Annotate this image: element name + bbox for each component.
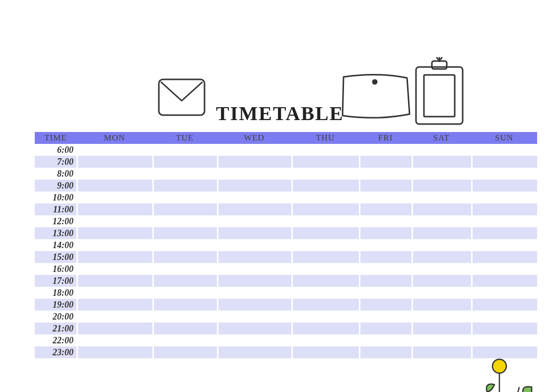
schedule-cell: [217, 311, 291, 323]
schedule-cell: [471, 275, 537, 287]
schedule-cell: [152, 203, 217, 215]
time-cell: 22:00: [35, 334, 76, 346]
schedule-cell: [76, 239, 152, 251]
schedule-cell: [359, 239, 412, 251]
schedule-cell: [471, 180, 537, 192]
schedule-cell: [471, 144, 537, 156]
schedule-cell: [359, 192, 412, 203]
table-row: 11:00: [35, 203, 537, 215]
flower-decoration: [470, 357, 539, 392]
col-mon: MON: [76, 132, 152, 144]
schedule-cell: [291, 275, 359, 287]
schedule-cell: [152, 239, 217, 251]
schedule-cell: [291, 346, 359, 358]
schedule-cell: [359, 203, 412, 215]
time-cell: 17:00: [35, 275, 76, 287]
schedule-cell: [359, 227, 412, 239]
schedule-cell: [471, 287, 537, 299]
table-row: 15:00: [35, 251, 537, 263]
col-sat: SAT: [412, 132, 471, 144]
schedule-cell: [412, 203, 471, 215]
schedule-cell: [359, 334, 412, 346]
schedule-cell: [471, 311, 537, 323]
schedule-cell: [152, 263, 217, 275]
schedule-cell: [471, 203, 537, 215]
time-cell: 14:00: [35, 239, 76, 251]
schedule-cell: [217, 263, 291, 275]
table-row: 14:00: [35, 239, 537, 251]
schedule-cell: [152, 251, 217, 263]
schedule-cell: [152, 180, 217, 192]
schedule-cell: [471, 263, 537, 275]
schedule-cell: [217, 323, 291, 334]
time-cell: 15:00: [35, 251, 76, 263]
schedule-cell: [152, 311, 217, 323]
schedule-cell: [76, 251, 152, 263]
col-sun: SUN: [471, 132, 537, 144]
schedule-cell: [471, 251, 537, 263]
schedule-cell: [471, 192, 537, 203]
schedule-cell: [152, 287, 217, 299]
schedule-cell: [359, 346, 412, 358]
schedule-cell: [291, 227, 359, 239]
schedule-cell: [412, 156, 471, 168]
schedule-cell: [359, 299, 412, 311]
schedule-cell: [217, 203, 291, 215]
schedule-cell: [471, 215, 537, 227]
table-row: 18:00: [35, 287, 537, 299]
header-row: TIME MON TUE WED THU FRI SAT SUN: [35, 132, 537, 144]
schedule-cell: [76, 299, 152, 311]
schedule-cell: [412, 299, 471, 311]
schedule-cell: [471, 227, 537, 239]
table-row: 9:00: [35, 180, 537, 192]
table-row: 20:00: [35, 311, 537, 323]
time-cell: 8:00: [35, 168, 76, 180]
schedule-cell: [412, 323, 471, 334]
schedule-cell: [291, 263, 359, 275]
schedule-cell: [217, 227, 291, 239]
schedule-cell: [359, 156, 412, 168]
svg-line-9: [517, 387, 519, 392]
schedule-cell: [359, 144, 412, 156]
table-row: 16:00: [35, 263, 537, 275]
svg-point-8: [492, 359, 506, 373]
schedule-cell: [291, 239, 359, 251]
time-cell: 19:00: [35, 299, 76, 311]
schedule-cell: [412, 180, 471, 192]
schedule-cell: [359, 263, 412, 275]
schedule-cell: [291, 156, 359, 168]
schedule-cell: [76, 323, 152, 334]
schedule-cell: [217, 180, 291, 192]
schedule-cell: [76, 346, 152, 358]
time-cell: 21:00: [35, 323, 76, 334]
svg-rect-4: [432, 61, 447, 69]
schedule-cell: [217, 239, 291, 251]
schedule-cell: [471, 334, 537, 346]
schedule-cell: [291, 168, 359, 180]
time-cell: 16:00: [35, 263, 76, 275]
table-row: 7:00: [35, 156, 537, 168]
schedule-cell: [412, 192, 471, 203]
schedule-cell: [412, 251, 471, 263]
svg-rect-3: [424, 75, 455, 117]
schedule-cell: [76, 192, 152, 203]
schedule-cell: [217, 168, 291, 180]
time-cell: 9:00: [35, 180, 76, 192]
svg-point-1: [373, 80, 377, 84]
timetable-container: TIME MON TUE WED THU FRI SAT SUN 6:007:0…: [35, 132, 537, 358]
schedule-cell: [217, 287, 291, 299]
schedule-cell: [76, 334, 152, 346]
svg-rect-0: [159, 79, 205, 115]
time-cell: 12:00: [35, 215, 76, 227]
schedule-cell: [359, 168, 412, 180]
schedule-cell: [152, 299, 217, 311]
schedule-cell: [412, 275, 471, 287]
table-row: 17:00: [35, 275, 537, 287]
schedule-cell: [76, 180, 152, 192]
table-row: 13:00: [35, 227, 537, 239]
schedule-cell: [217, 192, 291, 203]
schedule-cell: [76, 215, 152, 227]
schedule-cell: [359, 180, 412, 192]
col-thu: THU: [291, 132, 359, 144]
schedule-cell: [152, 144, 217, 156]
